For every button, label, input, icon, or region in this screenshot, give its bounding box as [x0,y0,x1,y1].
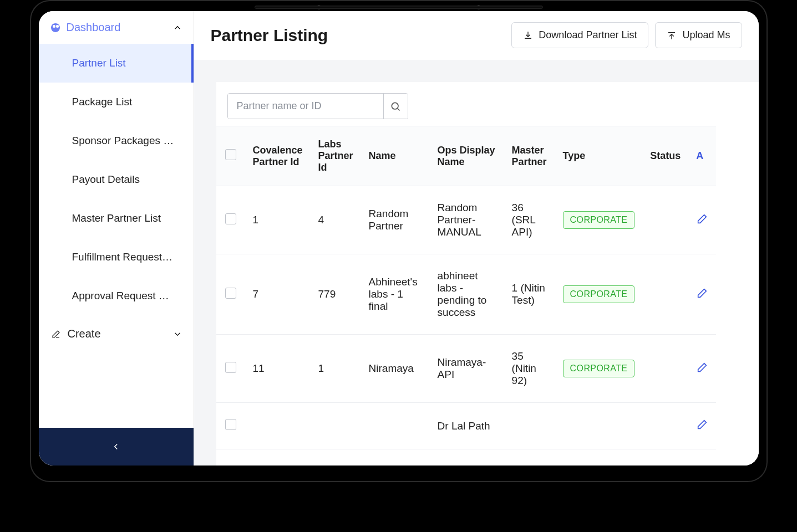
sidebar-item-master-partner-list[interactable]: Master Partner List [39,199,194,238]
edit-icon[interactable] [696,421,708,433]
partner-table: Covalence Partner Id Labs Partner Id Nam… [216,126,717,449]
cell-covalence: 1 [245,186,311,254]
row-checkbox[interactable] [225,288,236,299]
download-icon [523,30,533,40]
cell-ops: Random Partner-MANUAL [430,186,504,254]
upload-icon [667,30,677,40]
sidebar-section-label: Dashboard [67,21,121,34]
sidebar-section-dashboard[interactable]: Dashboard [39,11,194,44]
table-scroll[interactable]: Covalence Partner Id Labs Partner Id Nam… [216,126,759,449]
upload-master-button[interactable]: Upload Ms [655,22,742,48]
edit-icon[interactable] [696,290,708,301]
sidebar-item-package-list[interactable]: Package List [39,83,194,121]
listing-panel: Covalence Partner Id Labs Partner Id Nam… [216,82,759,466]
tablet-frame: Dashboard Partner List Package List Spon… [30,0,768,482]
cell-type [555,403,643,449]
sidebar-item-label: Payout Details [72,173,140,185]
edit-icon[interactable] [696,364,708,376]
svg-point-0 [392,103,398,109]
table-row: 11 1 Niramaya Niramaya-API 35 (Nitin 92)… [216,335,717,403]
device-camera-bar [243,4,554,10]
col-status[interactable]: Status [642,126,688,186]
sidebar-subnav: Partner List Package List Sponsor Packag… [39,44,194,315]
cell-ops: Dr Lal Path [430,403,504,449]
sidebar-item-label: Sponsor Packages … [72,135,174,146]
chevron-up-icon [172,23,182,33]
button-label: Download Partner List [539,29,637,41]
cell-master: 36 (SRL API) [504,186,555,254]
sidebar-item-sponsor-packages[interactable]: Sponsor Packages … [39,121,194,160]
sidebar-item-label: Fulfillment Request… [72,251,173,263]
cell-action [688,254,716,335]
col-covalence[interactable]: Covalence Partner Id [245,126,311,186]
cell-labs: 4 [311,186,361,254]
edit-square-icon [51,329,61,339]
cell-master: 1 (Nitin Test) [504,254,555,335]
col-name[interactable]: Name [361,126,430,186]
cell-type: CORPORATE [555,335,643,403]
col-labs-partner-id[interactable]: Labs Partner Id [311,126,361,186]
cell-type: CORPORATE [555,254,643,335]
col-action[interactable]: A [688,126,716,186]
sidebar-collapse-button[interactable] [39,428,194,466]
sidebar-item-partner-list[interactable]: Partner List [39,44,194,83]
search-box [227,93,408,119]
sidebar-section-label: Create [68,328,101,340]
search-input[interactable] [228,94,383,119]
sidebar-item-label: Package List [72,96,133,108]
search-button[interactable] [383,94,408,119]
button-label: Upload Ms [682,29,730,41]
content-background: Covalence Partner Id Labs Partner Id Nam… [194,60,759,466]
sidebar-item-label: Partner List [72,57,126,69]
cell-name [361,403,430,449]
sidebar-item-label: Master Partner List [72,212,161,224]
search-row [216,82,759,126]
cell-covalence: 11 [245,335,311,403]
sidebar-item-approval-request[interactable]: Approval Request … [39,277,194,315]
row-checkbox[interactable] [225,419,236,430]
table-row: 7 779 Abhineet's labs - 1 final abhineet… [216,254,717,335]
cell-labs: 779 [311,254,361,335]
cell-ops: abhineet labs - pending to success [430,254,504,335]
cell-type: CORPORATE [555,186,643,254]
sidebar-item-fulfillment-request[interactable]: Fulfillment Request… [39,238,194,277]
toolbar: Partner Listing Download Partner List Up… [194,11,759,60]
col-master-partner[interactable]: Master Partner [504,126,555,186]
cell-action [688,186,716,254]
row-checkbox[interactable] [225,213,236,224]
cell-action [688,403,716,449]
cell-labs: 1 [311,335,361,403]
cell-status [642,254,688,335]
sidebar-section-create[interactable]: Create [39,315,194,352]
gauge-icon [51,23,60,32]
sidebar-item-payout-details[interactable]: Payout Details [39,160,194,199]
edit-icon[interactable] [696,216,708,227]
type-badge: CORPORATE [563,285,635,303]
col-type[interactable]: Type [555,126,643,186]
svg-line-1 [398,108,400,110]
type-badge: CORPORATE [563,211,635,229]
download-partner-list-button[interactable]: Download Partner List [511,22,648,48]
cell-master [504,403,555,449]
cell-name: Random Partner [361,186,430,254]
cell-ops: Niramaya-API [430,335,504,403]
select-all-checkbox[interactable] [225,149,236,160]
chevron-down-icon [172,329,182,339]
row-checkbox[interactable] [225,362,236,373]
table-header-row: Covalence Partner Id Labs Partner Id Nam… [216,126,717,186]
cell-master: 35 (Nitin 92) [504,335,555,403]
search-icon [390,101,401,112]
table-row: Dr Lal Path [216,403,717,449]
cell-status [642,335,688,403]
page-title: Partner Listing [211,26,328,45]
sidebar-item-label: Approval Request … [72,290,169,301]
cell-name: Niramaya [361,335,430,403]
type-badge: CORPORATE [563,360,635,377]
main-area: Partner Listing Download Partner List Up… [194,11,759,466]
cell-status [642,186,688,254]
cell-labs [311,403,361,449]
cell-name: Abhineet's labs - 1 final [361,254,430,335]
table-row: 1 4 Random Partner Random Partner-MANUAL… [216,186,717,254]
cell-covalence: 7 [245,254,311,335]
col-ops-display-name[interactable]: Ops Display Name [430,126,504,186]
